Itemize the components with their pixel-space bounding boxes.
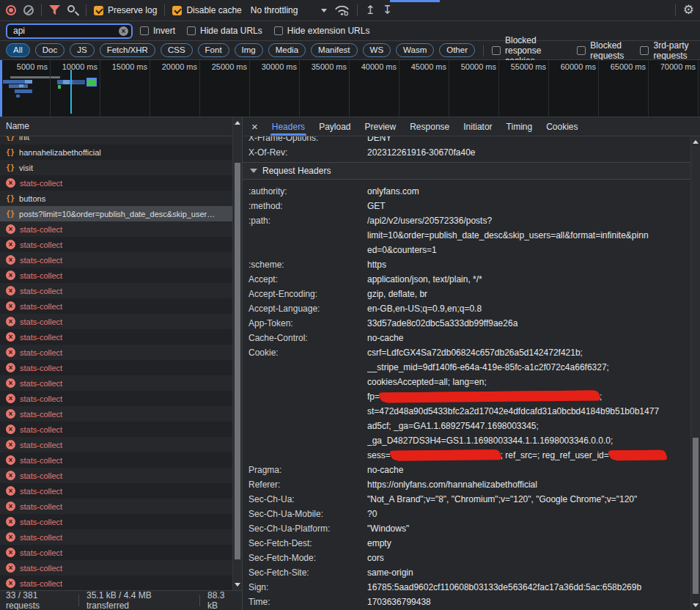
scroll-down-icon[interactable] — [235, 583, 240, 587]
filter-checkbox-invert[interactable]: Invert — [140, 26, 175, 36]
scroll-down-icon[interactable] — [693, 603, 699, 607]
request-row[interactable]: ×stats-collect — [0, 221, 242, 237]
header-value-line: 33d57ade8c02dbc5a333db99ff9ae26a — [367, 316, 690, 331]
request-list-scrollbar[interactable] — [232, 117, 242, 590]
tab-headers[interactable]: Headers — [272, 117, 305, 136]
request-row[interactable]: ×stats-collect — [0, 499, 242, 514]
type-pill-media[interactable]: Media — [268, 43, 306, 57]
request-headers-list: :authority:onlyfans.com:method:GET:path:… — [248, 181, 700, 609]
request-row[interactable]: {}posts?limit=10&order=publish_date_desc… — [0, 206, 242, 221]
request-name: stats-collect — [20, 441, 62, 449]
failed-icon: × — [6, 178, 15, 188]
chevron-down-icon[interactable] — [321, 9, 327, 12]
scroll-up-icon[interactable] — [235, 121, 240, 125]
request-row[interactable]: {}buttons — [0, 191, 242, 206]
type-pill-js[interactable]: JS — [70, 43, 94, 57]
gear-icon[interactable]: ⚙ — [683, 4, 694, 16]
network-conditions-icon[interactable] — [334, 4, 350, 16]
request-row[interactable]: ×stats-collect — [0, 375, 242, 391]
type-pill-manifest[interactable]: Manifest — [311, 43, 357, 57]
request-row[interactable]: ×stats-collect — [0, 175, 242, 191]
filter-input[interactable] — [12, 25, 116, 37]
request-headers-section[interactable]: Request Headers — [243, 162, 700, 180]
request-name: stats-collect — [20, 533, 62, 542]
waterfall-bar — [58, 85, 61, 89]
request-row[interactable]: ×stats-collect — [0, 298, 242, 314]
close-icon[interactable]: × — [251, 120, 258, 133]
request-row[interactable]: ×stats-collect — [0, 468, 242, 483]
type-pill-css[interactable]: CSS — [161, 43, 193, 57]
scroll-up-icon[interactable] — [693, 140, 699, 144]
tab-cookies[interactable]: Cookies — [546, 117, 578, 136]
preserve-log-checkbox[interactable]: Preserve log — [94, 5, 157, 15]
filter-checkbox-hide-data-urls[interactable]: Hide data URLs — [187, 26, 262, 36]
type-pill-font[interactable]: Font — [198, 43, 229, 57]
request-row[interactable]: ×stats-collect — [0, 329, 242, 345]
header-name: X-Of-Rev: — [248, 145, 367, 160]
request-row[interactable]: ×stats-collect — [0, 452, 242, 468]
export-har-icon[interactable]: ↧ — [383, 4, 392, 16]
request-name: buttons — [19, 194, 45, 203]
request-row[interactable]: ×stats-collect — [0, 560, 242, 576]
scrollbar-thumb[interactable] — [235, 163, 240, 559]
clear-filter-icon[interactable]: × — [119, 26, 128, 36]
type-pill-ws[interactable]: WS — [363, 43, 391, 57]
request-row[interactable]: ×stats-collect — [0, 483, 242, 499]
scrollbar-thumb[interactable] — [693, 438, 699, 594]
header-value: GET — [367, 199, 700, 213]
headers-content: X-Frame-Options:DENY X-Of-Rev:2023122619… — [243, 136, 700, 610]
type-pill-doc[interactable]: Doc — [35, 43, 65, 57]
request-row[interactable]: {}visit — [0, 160, 242, 175]
type-pill-other[interactable]: Other — [439, 43, 475, 57]
summary-text: 35.1 kB / 4.4 MB transferred — [86, 590, 192, 610]
blocked-checkbox-blocked-requests[interactable]: Blocked requests — [577, 40, 628, 61]
request-row[interactable]: ×stats-collect — [0, 422, 242, 437]
type-pill-fetch-xhr[interactable]: Fetch/XHR — [100, 43, 155, 57]
request-row[interactable]: ×stats-collect — [0, 283, 242, 298]
request-row[interactable]: ×stats-collect — [0, 391, 242, 406]
tab-response[interactable]: Response — [410, 117, 449, 136]
request-row[interactable]: {}hannahelizabethofficial — [0, 144, 242, 160]
request-row[interactable]: {}init — [0, 136, 242, 144]
clear-icon[interactable] — [23, 5, 34, 15]
checkbox-unchecked-icon — [274, 26, 283, 35]
name-column-header[interactable]: Name — [0, 117, 242, 136]
request-row[interactable]: ×stats-collect — [0, 345, 242, 360]
header-value: empty — [367, 536, 700, 551]
search-icon[interactable] — [67, 5, 78, 16]
type-pill-all[interactable]: All — [6, 43, 30, 57]
record-icon[interactable] — [6, 5, 16, 15]
request-row[interactable]: ×stats-collect — [0, 406, 242, 422]
request-row[interactable]: ×stats-collect — [0, 314, 242, 329]
type-pill-wasm[interactable]: Wasm — [396, 43, 434, 57]
tab-timing[interactable]: Timing — [506, 117, 533, 136]
timeline-overview[interactable]: 5000 ms10000 ms15000 ms20000 ms25000 ms3… — [0, 60, 700, 117]
filter-funnel-icon[interactable] — [49, 5, 60, 15]
request-row[interactable]: ×stats-collect — [0, 514, 242, 529]
filter-checkbox-hide-extension-urls[interactable]: Hide extension URLs — [274, 26, 370, 36]
waterfall-bar — [19, 84, 23, 87]
tab-payload[interactable]: Payload — [319, 117, 350, 136]
detail-scrollbar[interactable] — [690, 136, 700, 610]
import-har-icon[interactable]: ↥ — [365, 4, 375, 16]
throttling-select[interactable]: No throttling — [251, 5, 298, 15]
blocked-checkbox-3rd-party-requests[interactable]: 3rd-party requests — [640, 40, 694, 61]
header-value-line: fp=; — [367, 389, 690, 404]
tab-initiator[interactable]: Initiator — [463, 117, 492, 136]
request-row[interactable]: ×stats-collect — [0, 437, 242, 452]
disable-cache-checkbox[interactable]: Disable cache — [172, 5, 241, 15]
header-value: https://onlyfans.com/hannahelizabethoffi… — [367, 477, 700, 492]
request-row[interactable]: ×stats-collect — [0, 576, 242, 590]
request-row[interactable]: ×stats-collect — [0, 268, 242, 283]
request-row[interactable]: ×stats-collect — [0, 360, 242, 375]
timeline-tick-label: 60000 ms — [549, 62, 596, 71]
request-row[interactable]: ×stats-collect — [0, 237, 242, 252]
type-pill-img[interactable]: Img — [235, 43, 263, 57]
request-name: hannahelizabethofficial — [19, 148, 101, 157]
header-value: /api2/v2/users/20572336/posts?limit=10&o… — [367, 213, 700, 257]
timeline-tick-label: 15000 ms — [100, 62, 147, 71]
request-row[interactable]: ×stats-collect — [0, 252, 242, 268]
request-row[interactable]: ×stats-collect — [0, 545, 242, 560]
tab-preview[interactable]: Preview — [365, 117, 397, 136]
request-row[interactable]: ×stats-collect — [0, 529, 242, 545]
